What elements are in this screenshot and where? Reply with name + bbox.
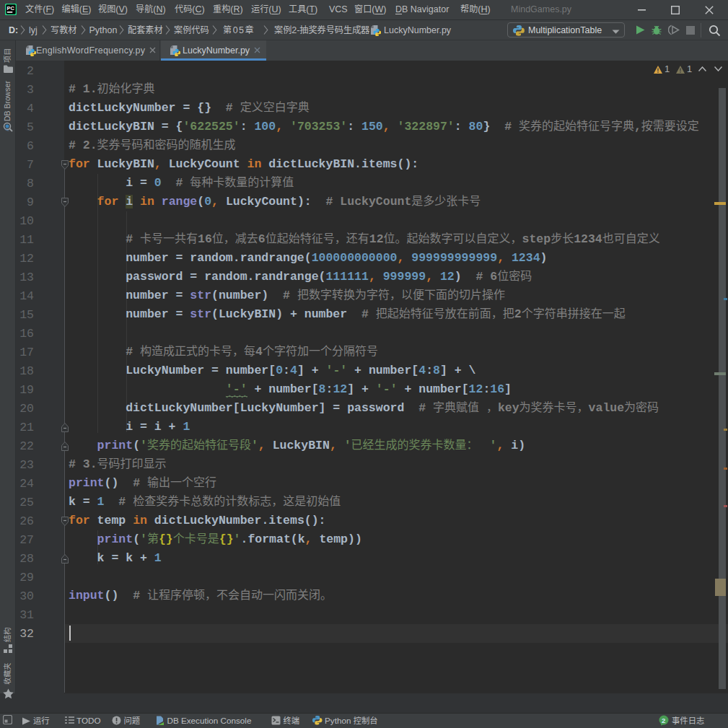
svg-text:PC: PC — [7, 5, 15, 12]
svg-text:2: 2 — [662, 716, 665, 724]
